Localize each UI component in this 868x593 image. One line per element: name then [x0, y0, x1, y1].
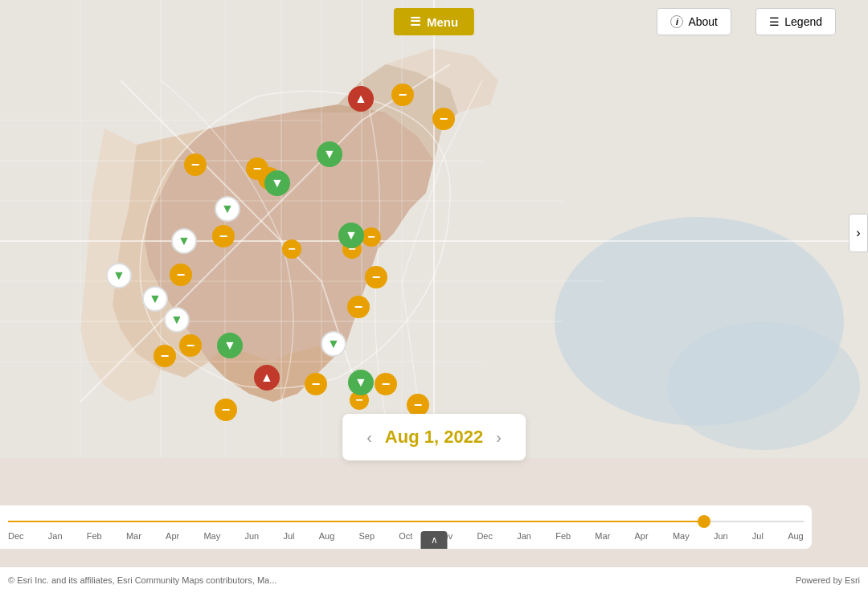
timeline-month-label: Aug: [788, 531, 804, 541]
timeline-month-label: Jan: [48, 531, 63, 541]
marker-down-green-1[interactable]: ▼: [317, 141, 342, 167]
prev-date-button[interactable]: ‹: [366, 428, 372, 447]
marker-down-white-2[interactable]: ▼: [171, 228, 197, 254]
timeline: DecJanFebMarAprMayJunJulAugSepOctNovDecJ…: [0, 505, 812, 549]
attribution-left: © Esri Inc. and its affiliates, Esri Com…: [8, 575, 276, 585]
marker-down-white-5[interactable]: ▼: [164, 307, 190, 333]
marker-down-white-6[interactable]: ▼: [321, 331, 346, 357]
timeline-thumb[interactable]: [698, 515, 710, 528]
timeline-month-label: Apr: [635, 531, 649, 541]
timeline-track[interactable]: [8, 513, 804, 530]
marker-minus-6[interactable]: −: [212, 225, 235, 247]
attribution-right: Powered by Esri: [796, 575, 860, 585]
marker-minus-12[interactable]: −: [347, 296, 370, 318]
timeline-month-label: Apr: [166, 531, 179, 541]
next-date-button[interactable]: ›: [496, 428, 502, 447]
timeline-progress: [8, 521, 704, 522]
marker-minus-14[interactable]: −: [154, 345, 176, 367]
menu-label: Menu: [427, 15, 458, 29]
marker-down-green-2[interactable]: ▼: [264, 170, 290, 196]
marker-down-green-4[interactable]: ▼: [217, 333, 243, 358]
marker-minus-16[interactable]: −: [375, 373, 397, 395]
timeline-month-label: Jun: [244, 531, 259, 541]
collapse-button[interactable]: ∧: [421, 531, 448, 549]
timeline-month-label: Jul: [283, 531, 294, 541]
current-date: Aug 1, 2022: [385, 427, 483, 448]
marker-down-white-1[interactable]: ▼: [215, 196, 240, 222]
marker-minus-11[interactable]: −: [365, 266, 387, 288]
legend-button[interactable]: ☰ Legend: [755, 8, 836, 35]
timeline-month-label: Mar: [595, 531, 610, 541]
timeline-month-label: Dec: [477, 531, 493, 541]
timeline-month-label: Sep: [359, 531, 375, 541]
legend-label: Legend: [784, 15, 822, 28]
marker-down-green-3[interactable]: ▼: [338, 223, 364, 248]
date-panel: ‹ Aug 1, 2022 ›: [342, 414, 526, 460]
timeline-month-label: Dec: [8, 531, 24, 541]
timeline-month-label: Feb: [87, 531, 102, 541]
marker-minus-15[interactable]: −: [305, 373, 327, 395]
marker-minus-7[interactable]: −: [170, 264, 192, 286]
timeline-month-label: Oct: [399, 531, 412, 541]
menu-button[interactable]: ☰ Menu: [394, 8, 474, 35]
marker-minus-1[interactable]: −: [391, 84, 414, 106]
legend-icon: ☰: [769, 15, 780, 28]
marker-minus-13[interactable]: −: [179, 334, 202, 357]
marker-minus-18[interactable]: −: [215, 399, 237, 421]
marker-minus-17[interactable]: −: [407, 394, 429, 416]
timeline-month-label: May: [203, 531, 220, 541]
marker-minus-3[interactable]: −: [184, 153, 207, 176]
marker-minus-2[interactable]: −: [432, 108, 455, 130]
about-button[interactable]: i About: [657, 8, 731, 35]
marker-up-1[interactable]: ▲: [348, 86, 374, 112]
marker-down-white-3[interactable]: ▼: [106, 263, 132, 288]
svg-point-2: [667, 321, 860, 450]
timeline-month-label: Mar: [126, 531, 141, 541]
attribution-bar: © Esri Inc. and its affiliates, Esri Com…: [0, 567, 868, 593]
expand-button[interactable]: ›: [849, 214, 868, 252]
timeline-month-label: Feb: [555, 531, 571, 541]
info-icon: i: [670, 15, 683, 28]
about-label: About: [688, 15, 718, 28]
marker-up-2[interactable]: ▲: [254, 365, 280, 391]
timeline-month-label: Aug: [319, 531, 335, 541]
timeline-month-label: Jan: [517, 531, 531, 541]
timeline-ticks: DecJanFebMarAprMayJunJulAugSepOctNovDecJ…: [0, 531, 812, 541]
map[interactable]: ▲ ▲ − − − − − − − − − − − − − − −: [0, 0, 868, 458]
menu-icon: ☰: [410, 14, 420, 29]
timeline-month-label: May: [673, 531, 690, 541]
marker-down-green-5[interactable]: ▼: [348, 370, 374, 395]
timeline-month-label: Jul: [752, 531, 764, 541]
marker-minus-10[interactable]: −: [362, 227, 381, 247]
marker-minus-8[interactable]: −: [282, 239, 301, 259]
timeline-month-label: Jun: [714, 531, 728, 541]
chevron-up-icon: ∧: [431, 534, 438, 546]
chevron-right-icon: ›: [856, 226, 860, 240]
